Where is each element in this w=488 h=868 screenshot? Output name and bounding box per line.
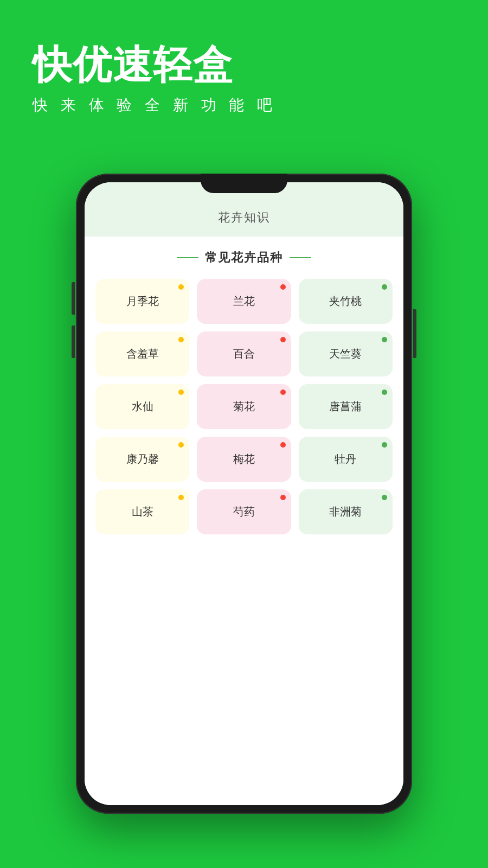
flower-name: 唐菖蒲 xyxy=(329,400,362,412)
flower-dot xyxy=(382,495,387,500)
flower-name: 梅花 xyxy=(233,453,255,465)
flower-name: 康乃馨 xyxy=(126,453,159,465)
flower-dot xyxy=(382,337,387,342)
section-line-right xyxy=(290,257,311,258)
volume-up-button xyxy=(72,282,75,315)
flower-name: 牡丹 xyxy=(335,453,356,465)
flower-card[interactable]: 牡丹 xyxy=(299,437,393,482)
flower-name: 水仙 xyxy=(132,400,153,412)
flower-card[interactable]: 百合 xyxy=(197,331,291,376)
flower-dot xyxy=(178,284,184,290)
flower-card[interactable]: 康乃馨 xyxy=(95,437,189,482)
flower-name: 月季花 xyxy=(126,295,159,307)
section-title: 常见花卉品种 xyxy=(205,250,283,266)
flower-card[interactable]: 夹竹桃 xyxy=(299,279,393,324)
section-line-left xyxy=(177,257,198,258)
flower-name: 芍药 xyxy=(233,506,255,518)
flower-dot xyxy=(382,284,387,290)
flower-card[interactable]: 菊花 xyxy=(197,384,291,429)
flower-card[interactable]: 非洲菊 xyxy=(299,489,393,534)
flower-dot xyxy=(280,284,286,290)
flower-dot xyxy=(178,337,184,342)
screen-content: 常见花卉品种 月季花兰花夹竹桃含羞草百合天竺葵水仙菊花唐菖蒲康乃馨梅花牡丹山茶芍… xyxy=(85,237,403,805)
flower-name: 夹竹桃 xyxy=(329,295,362,307)
flower-dot xyxy=(280,390,286,395)
volume-down-button xyxy=(72,326,75,358)
app-title: 快优速轻盒 xyxy=(33,43,277,86)
header-section: 快优速轻盒 快 来 体 验 全 新 功 能 吧 xyxy=(33,43,277,116)
power-button xyxy=(413,309,416,358)
flower-card[interactable]: 兰花 xyxy=(197,279,291,324)
flower-name: 天竺葵 xyxy=(329,348,362,360)
section-header: 常见花卉品种 xyxy=(95,250,393,266)
flower-dot xyxy=(382,390,387,395)
flower-name: 山茶 xyxy=(132,506,153,518)
flower-card[interactable]: 含羞草 xyxy=(95,331,189,376)
flower-card[interactable]: 芍药 xyxy=(197,489,291,534)
flower-dot xyxy=(178,390,184,395)
flower-dot xyxy=(178,495,184,500)
phone-screen: 花卉知识 常见花卉品种 月季花兰花夹竹桃含羞草百合天竺葵水仙菊花唐菖蒲康乃馨梅花… xyxy=(85,182,403,805)
flower-name: 兰花 xyxy=(233,295,255,307)
flower-dot xyxy=(382,442,387,448)
flower-name: 含羞草 xyxy=(126,348,159,360)
flower-dot xyxy=(280,495,286,500)
screen-title: 花卉知识 xyxy=(95,209,393,226)
flower-card[interactable]: 月季花 xyxy=(95,279,189,324)
flower-name: 非洲菊 xyxy=(329,506,362,518)
flower-card[interactable]: 天竺葵 xyxy=(299,331,393,376)
flower-dot xyxy=(280,337,286,342)
flower-card[interactable]: 水仙 xyxy=(95,384,189,429)
flower-grid: 月季花兰花夹竹桃含羞草百合天竺葵水仙菊花唐菖蒲康乃馨梅花牡丹山茶芍药非洲菊 xyxy=(95,279,393,534)
flower-card[interactable]: 梅花 xyxy=(197,437,291,482)
flower-card[interactable]: 山茶 xyxy=(95,489,189,534)
flower-dot xyxy=(280,442,286,448)
phone-frame: 花卉知识 常见花卉品种 月季花兰花夹竹桃含羞草百合天竺葵水仙菊花唐菖蒲康乃馨梅花… xyxy=(76,174,412,814)
flower-name: 百合 xyxy=(233,348,255,360)
app-subtitle: 快 来 体 验 全 新 功 能 吧 xyxy=(33,95,277,116)
flower-dot xyxy=(178,442,184,448)
flower-card[interactable]: 唐菖蒲 xyxy=(299,384,393,429)
flower-name: 菊花 xyxy=(233,400,255,412)
phone-notch xyxy=(201,182,287,193)
